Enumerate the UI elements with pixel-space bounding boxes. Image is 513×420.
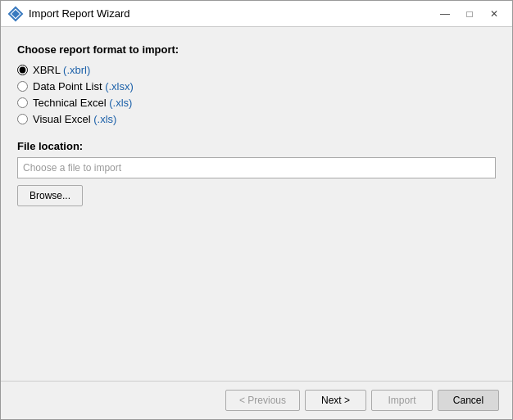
radio-visualexcel-input[interactable] (17, 114, 28, 124)
wizard-content: Choose report format to import: XBRL (.x… (1, 27, 512, 381)
file-path-input[interactable] (17, 157, 496, 178)
next-button[interactable]: Next > (305, 390, 366, 411)
file-location-label: File location: (17, 140, 496, 152)
minimize-button[interactable]: — (434, 4, 456, 24)
wizard-footer: < Previous Next > Import Cancel (1, 381, 512, 419)
radio-techexcel[interactable]: Technical Excel (.xls) (17, 97, 496, 109)
content-spacer (17, 206, 496, 373)
radio-techexcel-input[interactable] (17, 97, 28, 108)
previous-button[interactable]: < Previous (225, 390, 300, 411)
format-radio-group: XBRL (.xbrl) Data Point List (.xlsx) Tec… (17, 64, 496, 125)
radio-visualexcel[interactable]: Visual Excel (.xls) (17, 113, 496, 125)
radio-visualexcel-ext: (.xls) (93, 113, 116, 125)
radio-datapoint-ext: (.xlsx) (105, 80, 134, 93)
import-button[interactable]: Import (371, 390, 433, 411)
radio-datapoint-label: Data Point List (.xlsx) (33, 80, 134, 93)
radio-datapoint[interactable]: Data Point List (.xlsx) (17, 80, 496, 93)
browse-button[interactable]: Browse... (17, 185, 83, 206)
radio-techexcel-label: Technical Excel (.xls) (33, 97, 132, 109)
maximize-button[interactable]: □ (458, 4, 481, 24)
close-button[interactable]: ✕ (483, 4, 506, 24)
radio-datapoint-input[interactable] (17, 81, 28, 92)
import-wizard-window: Import Report Wizard — □ ✕ Choose report… (0, 0, 513, 420)
radio-xbrl[interactable]: XBRL (.xbrl) (17, 64, 496, 76)
app-icon (7, 6, 24, 22)
radio-xbrl-input[interactable] (17, 65, 28, 75)
title-bar: Import Report Wizard — □ ✕ (1, 1, 512, 27)
radio-techexcel-ext: (.xls) (109, 97, 132, 109)
cancel-button[interactable]: Cancel (438, 390, 499, 411)
radio-xbrl-label: XBRL (.xbrl) (33, 64, 90, 76)
window-title: Import Report Wizard (29, 7, 434, 20)
window-controls: — □ ✕ (434, 4, 506, 24)
format-section-label: Choose report format to import: (17, 43, 496, 56)
radio-xbrl-ext: (.xbrl) (63, 64, 90, 76)
radio-visualexcel-label: Visual Excel (.xls) (33, 113, 116, 125)
